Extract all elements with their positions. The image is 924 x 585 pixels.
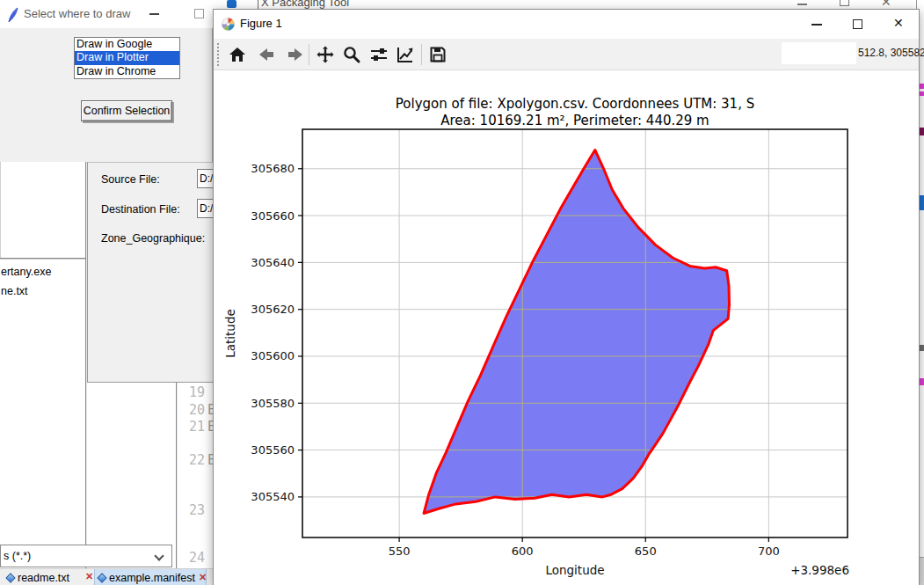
svg-text:Longitude: Longitude bbox=[545, 563, 604, 577]
background-window-title: X Packaging Tool bbox=[261, 0, 349, 9]
forward-icon[interactable] bbox=[286, 45, 305, 64]
background-code-fragment bbox=[920, 84, 924, 89]
svg-text:305540: 305540 bbox=[251, 490, 295, 503]
file-filter-combobox[interactable]: s (*.*) bbox=[0, 545, 172, 567]
file-diamond-icon bbox=[5, 573, 15, 582]
background-code-fragment bbox=[920, 378, 924, 385]
svg-text:700: 700 bbox=[758, 545, 780, 558]
file-list-item[interactable]: ertany.exe bbox=[1, 266, 51, 278]
save-icon[interactable] bbox=[428, 45, 447, 64]
window-border bbox=[916, 0, 917, 9]
svg-text:Latitude: Latitude bbox=[223, 309, 237, 358]
file-list-item[interactable]: ne.txt bbox=[1, 285, 28, 297]
toolbar-separator bbox=[421, 44, 422, 65]
svg-text:305600: 305600 bbox=[251, 349, 295, 362]
maximize-icon[interactable] bbox=[840, 0, 849, 6]
background-code-fragment bbox=[920, 345, 924, 351]
line-number: 22 bbox=[189, 452, 205, 468]
close-icon[interactable]: ✕ bbox=[881, 0, 891, 9]
file-filter-value: s (*.*) bbox=[4, 550, 31, 562]
svg-text:305560: 305560 bbox=[251, 443, 295, 457]
destination-file-label: Destination File: bbox=[101, 203, 180, 216]
figure-titlebar[interactable]: Figure 1 ✕ bbox=[214, 10, 919, 39]
svg-text:305620: 305620 bbox=[251, 303, 295, 316]
chevron-down-icon bbox=[154, 551, 164, 560]
file-form-panel: Source File: D:/ Destination File: D:/ Z… bbox=[87, 162, 213, 383]
draw-target-listbox[interactable]: Draw in Google Draw in Plotter Draw in C… bbox=[74, 37, 180, 79]
background-statusbar-fragment bbox=[920, 557, 924, 585]
close-tab-icon[interactable]: ✕ bbox=[85, 572, 93, 581]
tab-label: example.manifest bbox=[109, 572, 195, 584]
background-app-icon bbox=[227, 0, 236, 8]
listbox-item-draw-in-google[interactable]: Draw in Google bbox=[75, 38, 179, 51]
polygon-plot: 5506006507003055403055603055803056003056… bbox=[214, 70, 919, 585]
coordinate-readout: 512.8, 305582.9) bbox=[858, 47, 924, 59]
svg-text:Polygon of file: Xpolygon.csv.: Polygon of file: Xpolygon.csv. Coordonne… bbox=[396, 96, 754, 112]
svg-text:650: 650 bbox=[635, 545, 657, 558]
minimize-icon[interactable] bbox=[149, 13, 159, 15]
dialog-titlebar[interactable]: Select where to draw bbox=[0, 0, 213, 28]
close-tab-icon[interactable]: ✕ bbox=[199, 573, 207, 582]
svg-text:Area: 10169.21 m², Perimeter:: Area: 10169.21 m², Perimeter: 440.29 m bbox=[440, 113, 709, 128]
minimize-icon[interactable] bbox=[811, 24, 822, 26]
svg-text:305660: 305660 bbox=[251, 209, 295, 223]
pan-icon[interactable] bbox=[316, 45, 335, 64]
minimize-icon[interactable] bbox=[797, 4, 807, 5]
editor-line-number-gutter: 19 20E 21E 22E 23 24 bbox=[178, 383, 213, 568]
background-code-fragment bbox=[920, 91, 924, 96]
figure-canvas[interactable]: 5506006507003055403055603055803056003056… bbox=[214, 70, 919, 585]
maximize-icon[interactable] bbox=[194, 9, 204, 18]
listbox-item-draw-in-plotter[interactable]: Draw in Plotter bbox=[75, 51, 179, 64]
background-code-fragment bbox=[920, 195, 924, 210]
figure-window: Figure 1 ✕ bbox=[213, 9, 920, 585]
file-diamond-icon bbox=[97, 573, 106, 582]
tab-example-manifest[interactable]: example.manifest ✕ bbox=[94, 569, 207, 585]
back-icon[interactable] bbox=[257, 45, 276, 64]
matplotlib-logo-icon bbox=[222, 18, 235, 31]
confirm-selection-button[interactable]: Confirm Selection bbox=[81, 100, 172, 121]
tab-label: readme.txt bbox=[18, 572, 69, 584]
line-number: 20 bbox=[189, 402, 205, 418]
background-code-fragment bbox=[920, 128, 924, 135]
file-browser-pane-upper bbox=[0, 162, 87, 258]
close-icon[interactable]: ✕ bbox=[893, 16, 904, 30]
line-number: 23 bbox=[189, 502, 205, 518]
zoom-icon[interactable] bbox=[342, 45, 361, 64]
toolbar-grip-handle[interactable] bbox=[217, 43, 219, 66]
select-where-to-draw-dialog: Select where to draw Draw in Google Draw… bbox=[0, 0, 213, 162]
divider bbox=[258, 0, 258, 9]
editor-pane-background bbox=[88, 383, 176, 545]
coordinate-readout-overlay bbox=[782, 42, 856, 64]
toolbar-separator bbox=[309, 44, 309, 65]
svg-text:305580: 305580 bbox=[251, 397, 295, 410]
line-number: 24 bbox=[189, 550, 205, 566]
svg-text:305640: 305640 bbox=[251, 256, 295, 269]
background-window-titlebar: X Packaging Tool ✕ bbox=[213, 0, 924, 9]
zone-geographique-label: Zone_Geographique: bbox=[101, 232, 205, 245]
figure-window-title: Figure 1 bbox=[240, 17, 282, 30]
file-list-pane[interactable]: ertany.exe ne.txt bbox=[0, 260, 85, 545]
line-number: 19 bbox=[189, 384, 205, 400]
edit-plot-icon[interactable] bbox=[396, 45, 415, 64]
listbox-item-draw-in-chrome[interactable]: Draw in Chrome bbox=[75, 65, 179, 78]
configure-subplots-icon[interactable] bbox=[369, 45, 389, 64]
background-window-right-edge bbox=[920, 9, 924, 585]
document-tab-bar: readme.txt ✕ example.manifest ✕ bbox=[0, 568, 213, 585]
maximize-icon[interactable] bbox=[853, 19, 862, 29]
home-icon[interactable] bbox=[228, 45, 247, 64]
svg-text:550: 550 bbox=[389, 545, 411, 558]
tk-feather-icon bbox=[7, 7, 19, 23]
dialog-title: Select where to draw bbox=[24, 7, 130, 20]
svg-text:305680: 305680 bbox=[251, 162, 295, 175]
line-number: 21 bbox=[189, 419, 205, 435]
svg-text:+3.998e6: +3.998e6 bbox=[790, 563, 849, 577]
matplotlib-toolbar: 512.8, 305582.9) bbox=[214, 39, 919, 70]
svg-text:600: 600 bbox=[512, 545, 534, 558]
source-file-label: Source File: bbox=[101, 173, 160, 186]
tab-readme-txt[interactable]: readme.txt bbox=[4, 569, 73, 585]
